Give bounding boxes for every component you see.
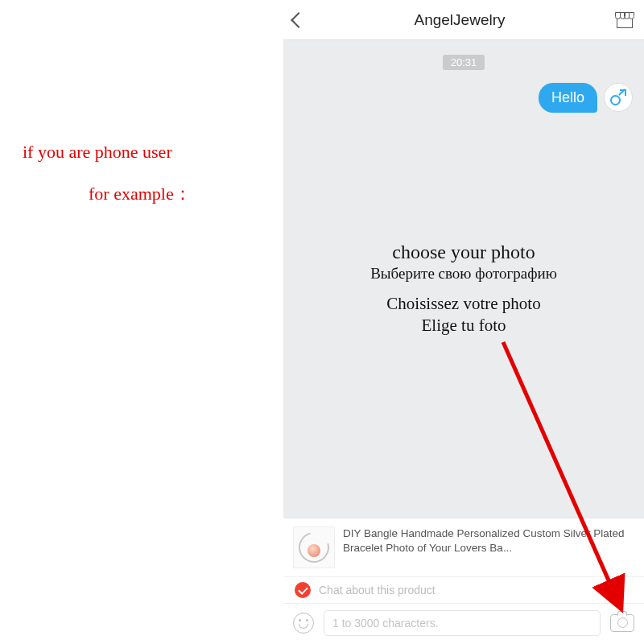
message-timestamp: 20:31 — [443, 55, 485, 70]
message-row: Hello — [295, 83, 633, 113]
emoji-button[interactable] — [293, 613, 314, 634]
chat-about-row[interactable]: Chat about this product — [283, 576, 644, 603]
phone-panel: AngelJewelry 20:31 Hello choose your pho… — [283, 0, 644, 644]
check-badge-icon — [295, 582, 311, 598]
annotation-phone-user: if you are phone user — [23, 142, 172, 163]
message-bubble-outgoing: Hello — [539, 83, 597, 113]
annotation-for-example: for example： — [89, 182, 192, 206]
chat-title: AngelJewelry — [304, 11, 615, 29]
avatar[interactable] — [604, 83, 633, 112]
input-bar — [283, 603, 644, 644]
product-title: DIY Bangle Handmade Personalized Custom … — [343, 526, 634, 555]
instruction-overlay: choose your photo Выберите свою фотограф… — [283, 242, 644, 336]
instruction-en: choose your photo — [283, 242, 644, 263]
instruction-ru: Выберите свою фотографию — [283, 265, 644, 283]
back-button[interactable] — [293, 14, 304, 26]
chat-body[interactable]: 20:31 Hello choose your photo Выберите с… — [283, 40, 644, 518]
smiley-icon — [293, 613, 314, 634]
camera-icon — [610, 614, 634, 632]
shop-button[interactable] — [615, 12, 634, 28]
camera-button[interactable] — [610, 614, 634, 632]
chat-about-label: Chat about this product — [319, 584, 436, 597]
product-thumbnail — [293, 526, 335, 568]
message-input[interactable] — [324, 610, 601, 636]
instruction-fr: Choisissez votre photo — [283, 294, 644, 314]
chat-header: AngelJewelry — [283, 0, 644, 40]
instruction-es: Elige tu foto — [283, 316, 644, 336]
product-card[interactable]: DIY Bangle Handmade Personalized Custom … — [283, 518, 644, 576]
shop-icon — [615, 12, 634, 28]
male-symbol-icon — [610, 89, 626, 105]
